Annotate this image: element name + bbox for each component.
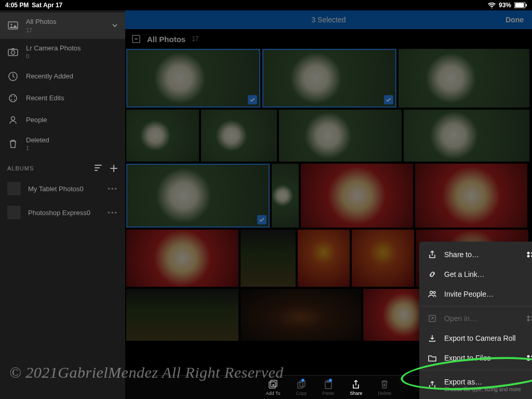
battery-icon [514,2,527,8]
trash-icon [379,379,390,390]
sidebar-item-label: Lr Camera Photos [26,44,81,52]
popover-exportas[interactable]: Export as…Choose file type, sizing and m… [419,373,532,397]
sidebar-icon [7,46,19,58]
svg-rect-33 [298,382,303,388]
more-icon[interactable]: ••• [108,209,118,217]
share-icon [351,379,361,390]
albums-header: ALBUMS [0,157,125,177]
svg-rect-1 [515,3,524,8]
svg-point-9 [9,95,17,102]
popover-link[interactable]: Get a Link… [419,264,532,284]
svg-point-28 [527,358,530,361]
toolbar-share-button[interactable]: Share [350,379,362,396]
photo-tile[interactable] [241,230,296,287]
main-area: 3 Selected Done All Photos 17 Share to…G… [125,10,532,399]
sidebar-item-label: All Photos [26,18,57,26]
svg-point-12 [11,99,12,100]
album-label: Photoshop Express [28,209,87,217]
toolbar-addto-button[interactable]: Add To [266,379,281,396]
status-time: 4:05 PM [5,2,29,9]
link-icon [428,270,437,279]
toolbar-label: Paste [322,391,334,396]
photo-tile[interactable] [126,230,238,287]
sidebar-item-count: 17 [26,27,57,34]
svg-point-6 [11,51,15,55]
album-thumb [7,182,21,195]
sidebar-item-all-photos[interactable]: All Photos17 [0,12,125,39]
popover-export[interactable]: Export to Camera Roll [419,328,532,348]
popover-label: Export as…Choose file type, sizing and m… [444,378,521,392]
photo-tile[interactable] [352,230,414,287]
add-album-icon[interactable] [110,164,118,172]
popover-folder[interactable]: Export to Files [419,348,532,368]
sidebar-icon [7,20,19,31]
wifi-icon [488,3,496,8]
popover-people[interactable]: Invite People… [419,284,532,304]
share-icon [428,250,437,259]
sidebar-item-lr-camera-photos[interactable]: Lr Camera Photos0 [0,39,125,65]
photo-tile[interactable] [126,289,238,341]
sidebar-item-label: People [26,116,47,124]
more-icon[interactable]: ••• [108,185,118,193]
sort-icon[interactable] [94,164,102,172]
photo-tile[interactable] [301,164,413,228]
sidebar-item-label: Deleted [26,136,49,144]
svg-point-10 [11,96,12,97]
album-label: My Tablet Photos [28,185,79,193]
photo-tile[interactable] [201,110,277,162]
toolbar-label: Delete [378,391,391,396]
sidebar-icon [7,71,19,82]
done-button[interactable]: Done [506,16,524,24]
sidebar-item-recent-edits[interactable]: Recent Edits [0,87,125,109]
photo-tile[interactable] [404,110,529,162]
sidebar-item-count: 0 [26,53,81,60]
toolbar-copy-button[interactable]: Copy [296,379,307,396]
album-thumb [7,206,21,219]
photo-tile[interactable] [262,49,396,108]
svg-point-21 [433,291,435,294]
sidebar-item-deleted[interactable]: Deleted1 [0,131,125,157]
selection-bar: 3 Selected Done [125,10,532,29]
grid-title: All Photos [147,35,185,44]
popover-label: Get a Link… [444,270,485,278]
photo-tile[interactable] [415,164,527,228]
photo-tile[interactable] [126,164,270,228]
svg-point-16 [527,252,530,255]
photo-tile[interactable] [398,49,529,108]
album-item[interactable]: Photoshop Express0••• [0,201,125,224]
sidebar-item-people[interactable]: People [0,109,125,131]
toolbar-label: Copy [296,391,307,396]
albums-header-label: ALBUMS [7,165,34,171]
svg-point-13 [14,99,15,100]
album-item[interactable]: My Tablet Photos0••• [0,177,125,201]
toolbar-paste-button[interactable]: Paste [322,379,334,396]
preset-indicator-icon [526,315,532,322]
sidebar-icon [7,138,19,150]
export-icon [428,334,437,343]
sidebar-icon [7,114,19,126]
popover-label: Export to Files [444,354,490,362]
toolbar-trash-button[interactable]: Delete [378,379,391,396]
svg-point-24 [527,319,530,322]
folder-icon [428,353,437,363]
grid-view-icon[interactable] [131,34,141,44]
photo-tile[interactable] [126,49,260,108]
grid-header: All Photos 17 [125,29,532,49]
popover-label: Export to Camera Roll [444,334,516,342]
check-icon [257,215,267,224]
sidebar-item-recently-added[interactable]: Recently Added [0,65,125,87]
toolbar-label: Add To [266,391,281,396]
photo-tile[interactable] [298,230,350,287]
svg-rect-2 [526,4,527,7]
badge-dot [301,379,304,382]
svg-point-23 [527,316,530,318]
photo-tile[interactable] [279,110,402,162]
toolbar-label: Share [350,391,362,396]
photo-tile[interactable] [126,110,199,162]
popover-share[interactable]: Share to… [419,245,532,264]
popover-label: Open in… [444,314,477,323]
openin-icon [428,314,437,323]
photo-tile[interactable] [241,289,361,341]
photo-tile[interactable] [272,164,299,228]
album-count: 0 [79,185,83,193]
